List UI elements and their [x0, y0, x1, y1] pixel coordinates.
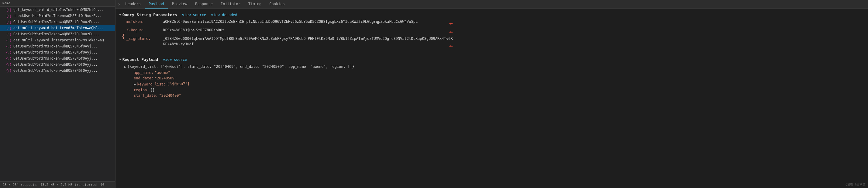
payload-arrow[interactable]: ▼ [119, 57, 121, 61]
param-value: DFSzswV0FhJjUw-StRFZN0RXoR0t [163, 28, 447, 32]
item-text: get_keyword_valid_date?msToken=aQM8ZhlQ-… [13, 8, 104, 12]
row-value: "aweme" [155, 71, 170, 75]
item-text: get_multi_keyword_hot_trend?msToken=aQM8… [13, 26, 104, 30]
item-text: GetUserSubWord?msToken=aQM8ZhlQ-9uuzEu..… [13, 32, 100, 36]
request-icon: {:} [6, 38, 11, 42]
request-icon: {:} [6, 32, 11, 36]
payload-view-source[interactable]: view source [163, 57, 187, 62]
network-item[interactable]: {:}get_keyword_valid_date?msToken=aQM8Zh… [0, 7, 115, 13]
item-text: get_multi_keyword_interpretation?msToken… [13, 38, 110, 42]
row-key: end_date: [134, 76, 153, 80]
row-value: ["小米su7"] [167, 82, 190, 87]
query-params-header: ▼ Query String Parameters view source vi… [119, 12, 864, 17]
network-item[interactable]: {:}GetUserSubWord?msToken=aQM8ZhlQ-9uuzE… [0, 19, 115, 25]
item-text: checkUserHasPaid?msToken=aQM8ZhlQ-9uuzE.… [13, 14, 102, 18]
payload-main-text: {keyword_list: ["小米su7"], start_date: "2… [127, 64, 354, 69]
row-key: start_date: [134, 93, 158, 98]
expand-icon[interactable]: ▶ [134, 82, 136, 86]
payload-row: region: [] [124, 87, 864, 93]
network-item[interactable]: {:}get_multi_keyword_interpretation?msTo… [0, 37, 115, 43]
payload-main-line: ▶ {keyword_list: ["小米su7"], start_date: … [124, 63, 864, 70]
param-row: KFk4hYW-ryJudf← [126, 42, 453, 50]
row-value: "20240409" [159, 93, 181, 98]
view-source-link[interactable]: view source [182, 13, 206, 17]
view-decoded-link[interactable]: view decoded [211, 13, 237, 17]
network-item[interactable]: {:}GetUserSubWord?msToken=wbBQ57EN6fOAyj… [0, 43, 115, 49]
footer-number: 40 [100, 183, 104, 187]
content-area: ▼ Query String Parameters view source vi… [116, 9, 868, 188]
item-text: GetUserSubWord?msToken=wbBQ57EN6fOAyj... [13, 44, 98, 48]
param-key: _signature: [126, 36, 163, 41]
param-row: _signature:_02B4Z6wo00001qLvmYAAAIDDTMpd… [126, 36, 453, 42]
transfer-size: 43.2 kB / 2.7 MB transferred [40, 183, 97, 187]
request-icon: {:} [6, 69, 11, 73]
request-icon: {:} [6, 63, 11, 66]
network-item[interactable]: {:}GetUserSubWord?msToken=wbBQ57EN6fOAyj… [0, 55, 115, 61]
requests-count: 28 / 264 requests [2, 183, 37, 187]
watermark: CSDN @吴秋菜 [845, 183, 866, 187]
payload-row: app_name: "aweme" [124, 70, 864, 76]
params-with-brace: { msToken:aQM8ZhlQ-9uuzEufnitioI9ACZ03to… [122, 19, 864, 54]
row-key: keyword_list: [137, 82, 166, 86]
param-key: msToken: [126, 20, 163, 24]
tab-payload[interactable]: Payload [145, 0, 168, 8]
param-value: aQM8ZhlQ-9uuzEufnitioI9ACZ03toZeBxhCErpt… [163, 20, 447, 24]
item-text: GetUserSubWord?msToken=wbBQ57EN6fOAyj... [13, 62, 98, 66]
payload-label: Request Payload [122, 57, 158, 62]
expand-triangle[interactable]: ▶ [124, 65, 126, 69]
param-row: X-Bogus:DFSzswV0FhJjUw-StRFZN0RXoR0t← [126, 27, 453, 36]
payload-header: ▼ Request Payload view source [119, 57, 864, 62]
row-value: [] [150, 88, 155, 92]
request-icon: {:} [6, 45, 11, 48]
request-icon: {:} [6, 57, 11, 60]
tabs-bar: ×HeadersPayloadPreviewResponseInitiatorT… [116, 0, 868, 9]
close-tab-button[interactable]: × [118, 2, 120, 7]
red-arrow-indicator: ← [449, 42, 453, 49]
row-key: region: [134, 88, 149, 92]
row-value: "20240509" [155, 76, 177, 80]
red-arrow-indicator: ← [449, 28, 453, 35]
red-arrow-indicator: ← [449, 20, 453, 27]
param-value: KFk4hYW-ryJudf [163, 42, 447, 46]
left-panel: Name {:}get_keyword_valid_date?msToken=a… [0, 0, 116, 188]
brace-symbol: { [122, 19, 125, 54]
right-panel: ×HeadersPayloadPreviewResponseInitiatorT… [116, 0, 868, 188]
payload-row: end_date: "20240509" [124, 76, 864, 81]
network-item[interactable]: {:}GetUserSubWord?msToken=wbBQ57EN6fOAyj… [0, 61, 115, 68]
item-text: GetUserSubWord?msToken=aQM8ZhlQ-9uuzEu..… [13, 20, 100, 24]
tab-preview[interactable]: Preview [168, 0, 191, 8]
tab-timing[interactable]: Timing [245, 0, 265, 8]
request-icon: {:} [6, 20, 11, 24]
network-item[interactable]: {:}checkUserHasPaid?msToken=aQM8ZhlQ-9uu… [0, 13, 115, 19]
tab-headers[interactable]: Headers [122, 0, 144, 8]
item-text: GetUserSubWord?msToken=wbBQ57EN6fOAyj... [13, 56, 98, 60]
tab-initiator[interactable]: Initiator [217, 0, 244, 8]
payload-title: ▼ Request Payload [119, 57, 158, 62]
network-item[interactable]: {:}GetUserSubWord?msToken=wbBQ57EN6fOAyj… [0, 49, 115, 55]
footer: 28 / 264 requests 43.2 kB / 2.7 MB trans… [0, 181, 115, 188]
request-icon: {:} [6, 14, 11, 18]
tab-response[interactable]: Response [191, 0, 216, 8]
collapse-arrow[interactable]: ▼ [119, 13, 121, 17]
query-params-title: ▼ Query String Parameters [119, 12, 177, 17]
param-value: _02B4Z6wo00001qLvmYAAAIDDTMpdfBQhEm6i750… [163, 36, 453, 41]
name-column-header: Name [2, 1, 11, 5]
payload-row: ▶keyword_list: ["小米su7"] [124, 81, 864, 87]
left-panel-header: Name [0, 0, 115, 7]
request-icon: {:} [6, 8, 11, 11]
payload-row: start_date: "20240409" [124, 93, 864, 98]
request-icon: {:} [6, 51, 11, 54]
payload-rows: app_name: "aweme"end_date: "20240509"▶ke… [124, 70, 864, 98]
row-key: app_name: [134, 71, 153, 75]
tab-cookies[interactable]: Cookies [266, 0, 288, 8]
network-item[interactable]: {:}GetUserSubWord?msToken=aQM8ZhlQ-9uuzE… [0, 31, 115, 37]
request-icon: {:} [6, 26, 11, 30]
param-row: msToken:aQM8ZhlQ-9uuzEufnitioI9ACZ03toZe… [126, 19, 453, 27]
item-text: GetUserSubWord?msToken=wbBQ57EN6fOAyj... [13, 50, 98, 54]
payload-content: ▶ {keyword_list: ["小米su7"], start_date: … [124, 63, 864, 98]
request-payload-section: ▼ Request Payload view source ▶ {keyword… [119, 57, 864, 98]
network-item[interactable]: {:}GetUserSubWord?msToken=wbBQ57EN6fOAyj… [0, 68, 115, 74]
item-text: GetUserSubWord?msToken=wbBQ57EN6fOAyj... [13, 69, 98, 73]
network-item[interactable]: {:}get_multi_keyword_hot_trend?msToken=a… [0, 25, 115, 31]
network-list[interactable]: {:}get_keyword_valid_date?msToken=aQM8Zh… [0, 7, 115, 181]
